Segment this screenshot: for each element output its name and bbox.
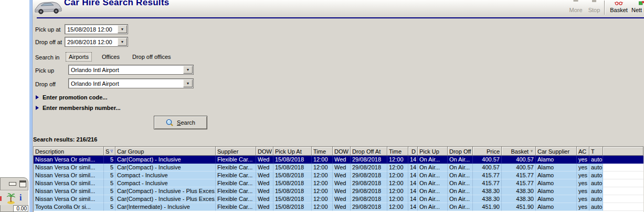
page-title: Car Hire Search Results <box>64 0 170 8</box>
column-header-time-6[interactable]: Time <box>312 147 333 156</box>
table-row[interactable]: Nissan Versa Or simil...5Car(Compact) - … <box>34 164 643 171</box>
cell: 12:00 <box>387 156 408 164</box>
cell: 29/08/2018 <box>351 203 387 211</box>
column-header-t-17[interactable]: T <box>589 147 603 156</box>
column-header-d-10[interactable]: D <box>408 147 418 156</box>
info-icon[interactable]: i <box>19 194 22 202</box>
cell: 12:00 <box>387 164 408 171</box>
toolbar-more-button: More <box>567 0 585 14</box>
cell: 12:00 <box>387 187 408 195</box>
column-header-label: Drop Off <box>449 148 471 155</box>
table-row[interactable]: Nissan Versa Or simil...5Car(Compact) - … <box>34 195 643 203</box>
cell: 14 <box>408 156 418 164</box>
cell: On Air... <box>448 179 473 187</box>
clipped-stop-icon <box>592 0 596 2</box>
table-row[interactable]: Nissan Versa Or simil...5Compact - Inclu… <box>34 171 643 179</box>
column-header-pick-up-at-5[interactable]: Pick Up At <box>273 147 312 156</box>
pickup-at-dropdown-icon[interactable]: ▼ <box>118 25 127 33</box>
dropoff-combobox[interactable]: Orlando Intl Airport ▼ <box>68 78 194 88</box>
cell: On Air... <box>448 156 473 164</box>
column-header-dow-7[interactable]: DOW <box>333 147 351 156</box>
table-row[interactable]: Toyota Corolla Or si...5Car(Intermediate… <box>34 203 643 211</box>
column-header-label: S <box>105 148 109 155</box>
pickup-at-combobox[interactable]: 15/08/2018 12:00 ▼ <box>65 24 128 34</box>
cell: 14 <box>408 187 418 195</box>
cell: Alamo <box>536 156 577 164</box>
membership-number-expander[interactable]: Enter membership number... <box>36 105 121 111</box>
cell: Wed <box>256 195 273 203</box>
pickup-dropdown-icon[interactable]: ▼ <box>183 66 193 74</box>
cell: Alamo <box>536 195 577 203</box>
cell: 400.57 <box>473 164 502 171</box>
column-header-car-group-2[interactable]: Car Group <box>115 147 216 156</box>
cell: Flexible Car... <box>216 195 256 203</box>
cell: 12:00 <box>312 164 333 171</box>
clipped-icon-fragment <box>0 196 2 201</box>
dropoff-at-value: 29/08/2018 12:00 <box>67 39 117 45</box>
column-header-label: Pick Up <box>419 148 439 155</box>
results-grid-body: Nissan Versa Or simil...5Car(Compact) - … <box>34 156 643 211</box>
dropoff-dropdown-icon[interactable]: ▼ <box>183 79 193 87</box>
cell-filler <box>603 171 643 179</box>
cell: 12:00 <box>312 187 333 195</box>
table-row[interactable]: Nissan Versa Or simil...5Car(Compact) - … <box>34 156 643 164</box>
cell: On Air... <box>418 156 448 164</box>
column-header-pick-up-11[interactable]: Pick Up <box>418 147 448 156</box>
table-row[interactable]: Nissan Versa Or simil...5Compact - Inclu… <box>34 179 643 187</box>
cell: Wed <box>333 179 351 187</box>
column-header-s-1[interactable]: S <box>104 147 115 156</box>
cell: yes <box>577 156 589 164</box>
cell: On Air... <box>418 179 448 187</box>
cell: On Air... <box>448 171 473 179</box>
cell: Flexible Car... <box>216 164 256 171</box>
dropoff-at-combobox[interactable]: 29/08/2018 12:00 ▼ <box>65 37 128 47</box>
column-header-time-9[interactable]: Time <box>387 147 408 156</box>
column-header-ac-16[interactable]: AC <box>577 147 589 156</box>
filter-icon[interactable] <box>110 148 113 154</box>
cell: Nissan Versa Or simil... <box>34 156 104 164</box>
column-header-dow-4[interactable]: DOW <box>256 147 273 156</box>
cell: On Air... <box>448 187 473 195</box>
promotion-code-expander[interactable]: Enter promotion code... <box>36 94 107 100</box>
cell: 400.57 <box>473 156 502 164</box>
title-separator-line <box>37 17 644 18</box>
pickup-combobox[interactable]: Orlando Intl Airport ▼ <box>68 65 194 75</box>
cell: Car(Compact) - Inclusive <box>115 156 216 164</box>
column-header-drop-off-12[interactable]: Drop Off <box>448 147 473 156</box>
tab-airports[interactable]: Airports <box>66 52 92 62</box>
tab-offices[interactable]: Offices <box>99 53 122 61</box>
cell: Wed <box>256 156 273 164</box>
car-hire-search-window: Car Hire Search Results More Stop Basket… <box>33 0 644 212</box>
maximize-window-button[interactable] <box>19 180 26 187</box>
search-magnifier-icon <box>166 119 174 127</box>
pickup-at-value: 15/08/2018 12:00 <box>67 26 117 33</box>
toolbar-basket-button[interactable]: Basket <box>607 0 630 14</box>
column-header-supplier-3[interactable]: Supplier <box>216 147 256 156</box>
cell: On Air... <box>448 195 473 203</box>
expander-arrow-icon <box>36 106 39 110</box>
cell: Flexible Car... <box>216 203 256 211</box>
restore-window-button[interactable] <box>9 182 16 186</box>
column-header-car-supplier-15[interactable]: Car Supplier <box>536 147 577 156</box>
toolbar-nett-button[interactable]: Nett P <box>631 0 644 14</box>
cell: Wed <box>333 156 351 164</box>
results-grid: DescriptionSCar GroupSupplierDOWPick Up … <box>33 146 643 212</box>
cell: Car(Compact) - Inclusive <box>115 164 216 171</box>
cell: Wed <box>256 203 273 211</box>
tab-drop-off-offices[interactable]: Drop off offices <box>130 53 174 61</box>
dropoff-at-dropdown-icon[interactable]: ▼ <box>118 38 127 46</box>
column-header-description-0[interactable]: Description <box>34 147 104 156</box>
cell: Wed <box>333 171 351 179</box>
cell: auto <box>589 156 603 164</box>
column-header-label: DOW <box>258 148 272 155</box>
search-button[interactable]: Search <box>154 116 207 129</box>
palm-tree-icon[interactable] <box>6 193 16 204</box>
column-header-price-13[interactable]: Price <box>473 147 502 156</box>
table-row[interactable]: Nissan Versa Or simil...5Car(Compact) - … <box>34 187 643 195</box>
cell: 438.30 <box>473 195 502 203</box>
cell: yes <box>577 203 589 211</box>
column-header-basket-14[interactable]: Basket▼ <box>502 147 536 156</box>
cell: yes <box>577 187 589 195</box>
column-header-drop-off-at-8[interactable]: Drop Off At <box>351 147 387 156</box>
cell: Flexible Car... <box>216 156 256 164</box>
